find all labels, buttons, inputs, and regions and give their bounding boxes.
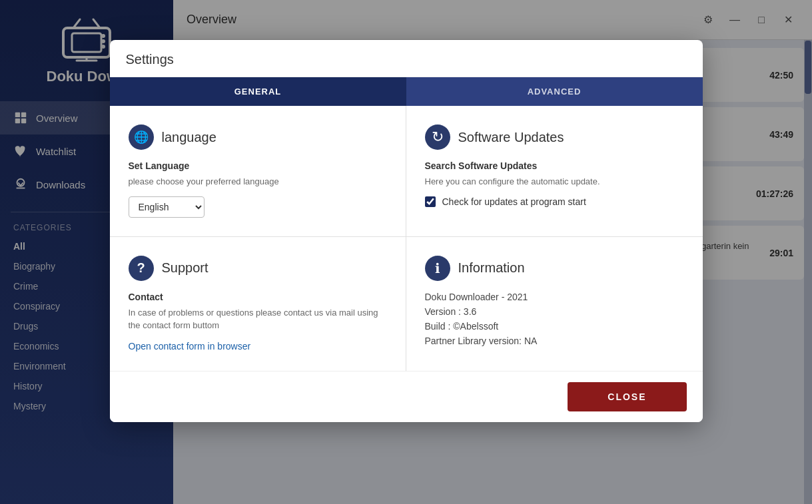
updates-header: ↻ Software Updates [425,125,684,150]
updates-section: ↻ Software Updates Search Software Updat… [406,106,703,237]
modal-title: Settings [126,52,174,67]
support-header: ? Support [129,256,387,281]
settings-tab-bar: GENERAL ADVANCED [110,77,703,106]
update-checkbox[interactable] [425,196,436,207]
modal-header: Settings [110,40,703,77]
info-section: ℹ Information Doku Downloader - 2021 Ver… [406,237,703,371]
language-title: language [162,130,216,145]
updates-description: Here you can configure the automatic upd… [425,175,684,188]
support-title: Support [162,260,208,276]
info-header: ℹ Information [425,256,684,281]
tab-advanced[interactable]: ADVANCED [406,77,703,106]
contact-form-link[interactable]: Open contact form in browser [129,341,251,352]
settings-modal: Settings GENERAL ADVANCED 🌐 language Set… [110,40,703,422]
tab-general[interactable]: GENERAL [110,77,406,106]
close-modal-button[interactable]: CLOSE [568,382,686,411]
support-description: In case of problems or questions please … [129,306,387,332]
support-subtitle: Contact [129,292,387,302]
modal-body: 🌐 language Set Language please choose yo… [110,106,703,371]
updates-subtitle: Search Software Updates [425,160,684,171]
language-subtitle: Set Language [129,160,387,171]
build-info: Build : ©Abelssoft [425,321,684,332]
modal-footer: CLOSE [110,371,703,422]
partner-library-info: Partner Library version: NA [425,336,684,346]
info-title: Information [458,260,525,276]
language-header: 🌐 language [129,125,387,150]
language-description: please choose your preferred language [129,175,387,188]
info-icon: ℹ [425,256,450,281]
modal-overlay: Settings GENERAL ADVANCED 🌐 language Set… [0,0,812,504]
update-checkbox-label: Check for updates at program start [442,196,586,207]
version-info: Version : 3.6 [425,306,684,317]
language-select[interactable]: English Deutsch Français Español [129,196,204,218]
refresh-icon: ↻ [425,125,450,150]
language-section: 🌐 language Set Language please choose yo… [110,106,406,237]
app-name: Doku Downloader - 2021 [425,292,684,302]
update-checkbox-row: Check for updates at program start [425,196,684,207]
updates-title: Software Updates [458,130,564,145]
support-section: ? Support Contact In case of problems or… [110,237,406,371]
question-icon: ? [129,256,154,281]
globe-icon: 🌐 [129,125,154,150]
